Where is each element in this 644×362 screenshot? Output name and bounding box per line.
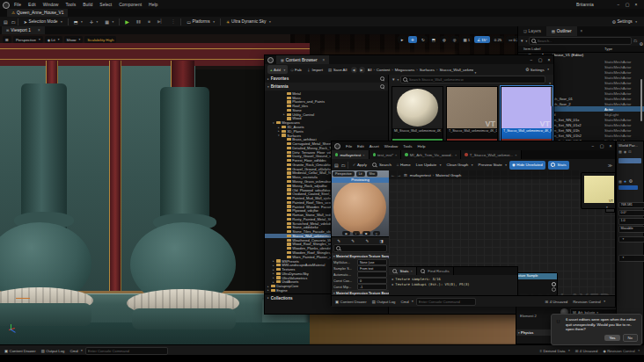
menu-item[interactable]: Component xyxy=(115,2,145,7)
outliner-scrollbar[interactable] xyxy=(640,79,642,121)
maximize-icon[interactable]: ▢ xyxy=(597,143,606,148)
revision-control-dropdown[interactable]: Revision Control xyxy=(570,296,608,307)
hide-unrelated-toggle[interactable]: ◉Hide Unrelated xyxy=(509,161,545,170)
breadcrumb[interactable]: AllContentMegascansSurfacesStucco_Wall_u… xyxy=(368,68,473,72)
console-input[interactable] xyxy=(416,298,476,306)
numeric-field[interactable]: 0.0° xyxy=(618,210,644,217)
editor-tab[interactable]: MI_Arh_Trim_Vic_wood.. × xyxy=(401,150,461,159)
asset-scrollbar[interactable] xyxy=(551,87,553,106)
project-root-row[interactable]: ▾ Britannia xyxy=(265,83,388,90)
output-log-button[interactable]: ▤Output Log xyxy=(370,296,399,307)
save-icon[interactable]: ▤ xyxy=(4,19,8,25)
create-dropdown[interactable]: ⬒ xyxy=(70,17,86,26)
asset-tile[interactable]: VT T_Stucco_Wall_uekmeimcw_4K_N xyxy=(501,86,553,141)
content-drawer-button[interactable]: ▣Content Drawer xyxy=(333,296,370,307)
editor-tab[interactable]: test_inst* × xyxy=(370,150,402,159)
tab-close-icon[interactable]: × xyxy=(455,153,457,157)
pause-button[interactable]: ▮▮ xyxy=(133,17,144,26)
scalability-badge[interactable]: Scalability High xyxy=(84,36,116,43)
menu-item[interactable]: Select xyxy=(96,2,115,7)
expand-arrow-icon[interactable]: ▸ xyxy=(267,296,269,300)
maximize-icon[interactable]: ▢ xyxy=(536,57,545,62)
live-update-dropdown[interactable]: Live Update xyxy=(413,161,444,170)
filter-icon[interactable]: ▼ xyxy=(392,77,399,82)
menu-item[interactable]: Build xyxy=(79,2,96,7)
preview-state-dropdown[interactable]: Preview State xyxy=(476,161,509,170)
show-dropdown[interactable]: Show xyxy=(64,36,84,43)
new-folder-icon[interactable]: 🗀 xyxy=(633,39,638,43)
editor-tab[interactable]: matlayertest × xyxy=(332,150,370,159)
property-value[interactable]: -1 xyxy=(357,284,387,290)
texture-sample-node[interactable]: Texture Sample xyxy=(512,272,558,295)
preview-icon[interactable]: ◻ xyxy=(373,231,381,235)
tab-close-icon[interactable]: × xyxy=(515,153,516,157)
content-icon[interactable]: 🗀 xyxy=(11,19,16,25)
expand-arrow-icon[interactable]: ▾ xyxy=(267,85,269,89)
numeric-field[interactable]: 1.0 xyxy=(618,218,644,225)
menu-item[interactable]: Edit xyxy=(25,2,40,7)
maximize-icon[interactable]: ▢ xyxy=(623,2,632,7)
lit-dropdown[interactable]: ◉Lit xyxy=(45,36,62,43)
selected-field[interactable] xyxy=(618,185,638,190)
selection-mode-dropdown[interactable]: ➤Selection Mode xyxy=(20,17,66,26)
breadcrumb-item[interactable]: Surfaces xyxy=(414,68,435,72)
toolbar-overflow-icon[interactable]: ≫ xyxy=(608,163,612,168)
tab-close-icon[interactable]: × xyxy=(362,153,364,157)
apply-button[interactable]: ✓Apply xyxy=(350,161,370,170)
perspective-dropdown[interactable]: Perspective xyxy=(13,36,43,43)
stats-toggle[interactable]: Stats xyxy=(548,161,569,170)
me-preview-panel[interactable]: Perspective Lit Sho Previewing ▦ ◐ ▣ ◻ xyxy=(332,170,389,236)
outliner-search-input[interactable] xyxy=(529,37,632,45)
dropdown-field[interactable] xyxy=(618,236,644,243)
brush-tool-icon[interactable]: ✎ xyxy=(365,239,369,243)
fab-button[interactable]: ◇Fab xyxy=(288,65,304,74)
saved-search-caret-icon[interactable] xyxy=(547,72,551,88)
preview-perspective-dropdown[interactable]: Perspective xyxy=(333,171,355,177)
preview-icon[interactable]: ◐ xyxy=(353,231,360,235)
viewport-menu-icon[interactable]: ☰ xyxy=(3,36,11,43)
close-icon[interactable]: × xyxy=(545,57,553,62)
browse-icon[interactable]: 🗀 xyxy=(341,163,346,168)
world-space-icon[interactable]: ◍ xyxy=(440,36,449,43)
favorites-row[interactable]: ▸ Favorites xyxy=(265,75,388,83)
tab-close-icon[interactable]: × xyxy=(38,28,40,33)
viewport-tab[interactable]: ⊞ Viewport 1 × xyxy=(2,26,45,34)
breadcrumb-item[interactable]: Content xyxy=(371,68,390,72)
menu-item[interactable]: Window xyxy=(382,144,401,148)
panel-icon[interactable]: ◉ xyxy=(624,149,627,154)
minimize-icon[interactable]: − xyxy=(527,57,536,62)
search-button[interactable]: Search xyxy=(370,161,394,170)
ultra-dynamic-sky-dropdown[interactable]: ☀Ultra Dynamic Sky xyxy=(223,17,274,26)
menu-item[interactable]: Help xyxy=(145,2,161,7)
numeric-field[interactable]: 768.581 xyxy=(618,202,644,209)
me-graph-area[interactable]: ← → ⊞ matlayertestMaterial Graph Zoom 1:… xyxy=(389,170,615,295)
tab-close-icon[interactable]: × xyxy=(581,29,583,33)
home-button[interactable]: ⌂Home xyxy=(394,161,413,170)
stats-tab[interactable]: Stats× xyxy=(389,267,417,275)
expand-arrow-icon[interactable]: ▸ xyxy=(267,77,269,81)
menu-item[interactable]: File xyxy=(11,2,25,7)
editor-tab[interactable]: T_Stucco_Wall_uekmei... × xyxy=(461,150,521,159)
filter-icon[interactable]: ▼ xyxy=(520,39,527,43)
skip-button[interactable]: ▶▏ xyxy=(154,17,167,26)
texture-node[interactable]: VT A RGBA ▾ xyxy=(581,172,615,209)
toast-no-button[interactable]: No xyxy=(623,334,639,342)
preview-icon[interactable]: ▣ xyxy=(362,231,370,235)
rotate-tool-icon[interactable]: ↻ xyxy=(419,36,428,43)
nav-back-icon[interactable]: ← xyxy=(391,172,395,177)
grid-snap-toggle[interactable]: ▦1 xyxy=(461,36,473,43)
nav-forward-icon[interactable]: → xyxy=(397,172,401,177)
play-button[interactable]: ▶ xyxy=(121,17,133,26)
save-all-button[interactable]: ▤Save All xyxy=(326,65,350,74)
breadcrumb-item[interactable]: matlayertest xyxy=(410,173,431,177)
menu-item[interactable]: File xyxy=(343,144,355,148)
menu-item[interactable]: Tools xyxy=(62,2,79,7)
scale-tool-icon[interactable]: ⬒ xyxy=(429,36,438,43)
cmd-dropdown[interactable]: Cmd xyxy=(398,296,415,307)
edit-tool-icon[interactable]: ✎ xyxy=(351,239,355,243)
asset-tile[interactable]: MI_Stucco_Wall_uekmeimcw_4K xyxy=(392,86,443,141)
asset-search-input[interactable] xyxy=(400,76,545,84)
star-icon[interactable]: ★ xyxy=(624,179,627,184)
tab-close-icon[interactable]: × xyxy=(323,58,326,62)
find-results-tab[interactable]: Find Results xyxy=(417,267,454,275)
